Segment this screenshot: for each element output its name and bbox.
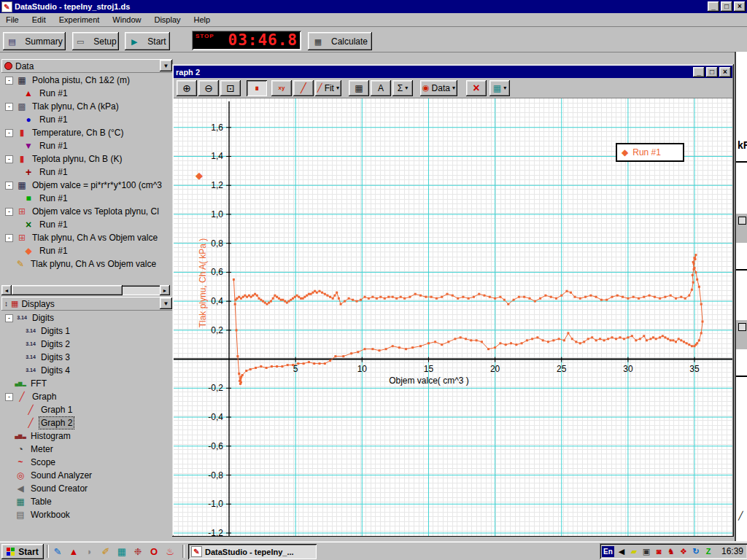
menu-item-experiment[interactable]: Experiment (59, 15, 100, 24)
data-point[interactable] (631, 335, 633, 337)
quicklaunch-draw-icon[interactable]: ✐ (99, 545, 112, 558)
data-point[interactable] (280, 299, 282, 301)
data-point[interactable] (470, 339, 472, 341)
data-point[interactable] (544, 295, 546, 297)
data-point[interactable] (460, 336, 462, 338)
data-point[interactable] (566, 290, 568, 292)
slope-tool-button[interactable]: ╱ (293, 80, 314, 96)
data-point[interactable] (254, 293, 256, 295)
display-item-digits[interactable]: -3.14Digits (1, 311, 170, 324)
scroll-left-arrow[interactable]: ◄ (1, 285, 12, 295)
tray-volume-icon[interactable]: ◀ (616, 545, 627, 557)
data-point[interactable] (465, 338, 467, 340)
data-point[interactable] (583, 341, 585, 343)
setup-button[interactable]: ▭ Setup (72, 32, 119, 50)
data-point[interactable] (288, 300, 290, 303)
menu-item-help[interactable]: Help (194, 15, 211, 24)
data-point[interactable] (529, 298, 531, 300)
data-point[interactable] (266, 367, 268, 369)
data-point[interactable] (234, 303, 236, 306)
data-item[interactable]: -⊞Objem valce vs Teplota plynu, Cl (1, 205, 170, 218)
data-point[interactable] (271, 365, 273, 368)
scroll-right-arrow[interactable]: ► (160, 285, 170, 295)
data-point[interactable] (680, 339, 682, 341)
data-point[interactable] (567, 332, 569, 334)
data-point[interactable] (298, 296, 300, 298)
data-item[interactable]: -▦Poloha pistu, Ch 1&2 (m) (1, 74, 170, 87)
data-point[interactable] (552, 339, 554, 341)
data-point[interactable] (297, 362, 299, 365)
data-point[interactable] (296, 295, 298, 297)
scrollbar-thumb[interactable] (12, 285, 123, 295)
data-point[interactable] (316, 292, 318, 294)
data-point[interactable] (698, 339, 700, 341)
run-item[interactable]: ●Run #1 (1, 113, 170, 126)
data-item[interactable]: -▮Teplota plynu, Ch B (K) (1, 152, 170, 166)
data-point[interactable] (692, 281, 694, 284)
data-point[interactable] (547, 341, 549, 343)
data-point[interactable] (536, 336, 538, 338)
data-point[interactable] (324, 293, 326, 295)
fit-menu-button[interactable]: ╱Fit▾ (315, 80, 341, 96)
data-point[interactable] (560, 295, 562, 297)
data-point[interactable] (260, 299, 262, 301)
data-point[interactable] (478, 293, 480, 295)
data-point[interactable] (430, 296, 433, 298)
data-point[interactable] (702, 321, 704, 323)
run-item[interactable]: ×Run #1 (1, 218, 170, 231)
data-item[interactable]: -⊞Tlak plynu, Ch A vs Objem valce (1, 231, 170, 244)
data-point[interactable] (268, 302, 270, 304)
data-point[interactable] (308, 293, 310, 295)
data-point[interactable] (454, 338, 456, 340)
calculate-button[interactable]: ▦ (349, 80, 369, 96)
quicklaunch-acrobat-icon[interactable]: ▲ (67, 545, 80, 558)
quicklaunch-opera-icon[interactable]: O (147, 545, 160, 558)
data-point[interactable] (398, 346, 400, 349)
quicklaunch-bird-icon[interactable]: ◗ (83, 545, 96, 558)
tray-brush-icon[interactable]: ▰ (628, 545, 640, 557)
minimize-button[interactable]: _ (708, 1, 719, 12)
data-point[interactable] (344, 300, 346, 303)
data-point[interactable] (558, 338, 560, 340)
data-point[interactable] (294, 296, 296, 298)
expand-box[interactable]: - (5, 314, 13, 322)
data-point[interactable] (692, 261, 694, 263)
data-point[interactable] (616, 295, 619, 297)
data-point[interactable] (364, 348, 366, 350)
data-point[interactable] (244, 295, 246, 297)
data-point[interactable] (563, 339, 565, 341)
data-point[interactable] (505, 343, 507, 346)
data-point[interactable] (667, 338, 669, 340)
data-point[interactable] (300, 298, 302, 300)
data-point[interactable] (332, 298, 334, 300)
smart-tool-button[interactable]: xy (271, 80, 292, 96)
expand-box[interactable]: - (5, 208, 13, 216)
data-point[interactable] (266, 303, 268, 306)
display-item-graph-2[interactable]: ╱Graph 2 (1, 416, 170, 429)
display-item-meter[interactable]: ◔Meter (1, 443, 170, 456)
data-point[interactable] (489, 296, 491, 298)
data-point[interactable] (249, 368, 252, 370)
data-point[interactable] (245, 370, 247, 372)
data-point[interactable] (306, 295, 308, 297)
data-point[interactable] (659, 336, 661, 338)
scale-lock-button[interactable]: ∎ (247, 80, 267, 96)
language-indicator[interactable]: En (602, 546, 614, 557)
data-point[interactable] (696, 342, 698, 344)
data-point[interactable] (319, 290, 321, 292)
data-point[interactable] (371, 348, 374, 350)
data-point[interactable] (314, 290, 316, 292)
data-point[interactable] (503, 299, 506, 301)
data-point[interactable] (579, 342, 581, 344)
data-point[interactable] (284, 300, 286, 303)
menu-item-edit[interactable]: Edit (32, 15, 46, 24)
data-point[interactable] (411, 346, 414, 349)
data-item[interactable]: -▮Temperature, Ch B (°C) (1, 126, 170, 139)
data-point[interactable] (575, 341, 577, 343)
data-point[interactable] (603, 339, 605, 341)
data-point[interactable] (607, 338, 609, 340)
data-point[interactable] (698, 286, 700, 288)
data-point[interactable] (670, 339, 672, 341)
data-point[interactable] (403, 298, 406, 300)
graph-window-titlebar[interactable]: raph 2 _ □ × (174, 66, 732, 78)
